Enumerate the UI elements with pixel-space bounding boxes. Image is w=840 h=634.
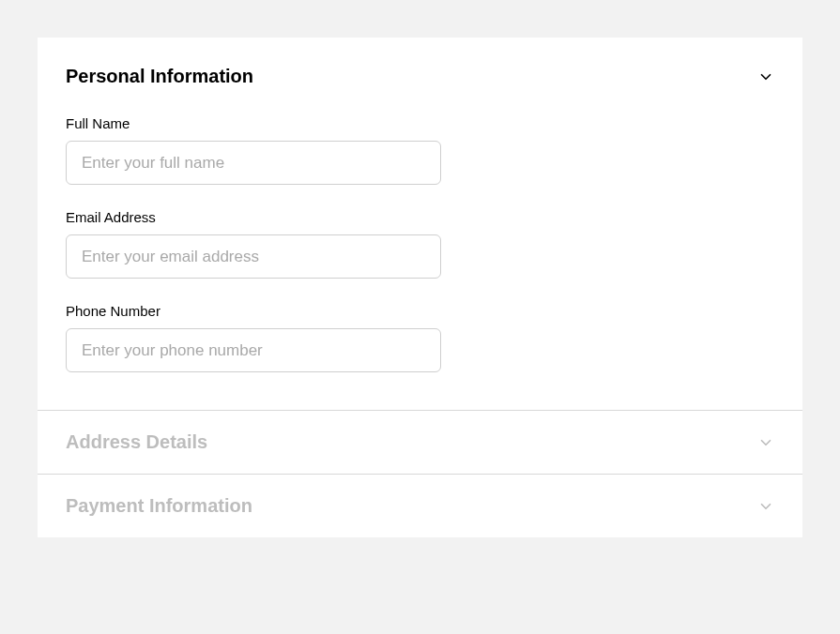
form-card: Personal Information Full Name Email Add… [38,38,802,537]
section-body-personal: Full Name Email Address Phone Number [38,97,802,410]
section-title-personal: Personal Information [66,66,253,87]
section-title-payment: Payment Information [66,495,252,517]
section-header-address[interactable]: Address Details [38,410,802,474]
chevron-down-icon [757,68,774,85]
chevron-down-icon [757,434,774,451]
section-header-personal[interactable]: Personal Information [38,38,802,97]
field-email: Email Address [66,209,774,279]
section-header-payment[interactable]: Payment Information [38,474,802,537]
label-email: Email Address [66,209,774,225]
input-full-name[interactable] [66,141,441,185]
chevron-down-icon [757,498,774,515]
input-phone[interactable] [66,328,441,372]
label-phone: Phone Number [66,303,774,319]
section-title-address: Address Details [66,431,207,453]
label-full-name: Full Name [66,115,774,131]
input-email[interactable] [66,234,441,279]
field-phone: Phone Number [66,303,774,372]
field-full-name: Full Name [66,115,774,185]
